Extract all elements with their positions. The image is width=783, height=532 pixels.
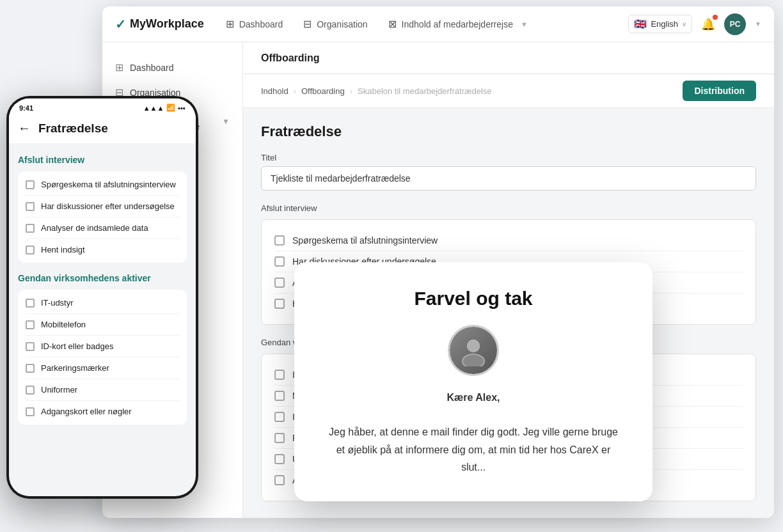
popup-greeting-name: Kære Alex,: [447, 392, 500, 403]
lang-chevron-icon: ∨: [682, 20, 686, 27]
gendan-checkbox-5[interactable]: [274, 475, 285, 485]
mobile-checkbox-s2-4[interactable]: [26, 386, 35, 395]
popup-greeting: Kære Alex, Jeg håber, at denne e mail fi…: [326, 389, 621, 476]
checkbox-3[interactable]: [274, 299, 285, 309]
logo-check-icon: ✓: [115, 17, 126, 32]
app-logo: ✓ MyWorkplace: [115, 17, 204, 32]
mobile-status-icons: ▲▲▲ 📶 ▪▪▪: [143, 104, 186, 112]
mobile-check-label-3: Hent indsigt: [41, 245, 85, 254]
nav-medarbejderrejse[interactable]: ⊠ Indhold af medarbejderrejse ▼: [386, 14, 530, 34]
form-section-title: Fratrædelse: [261, 123, 756, 140]
mobile-check-label-s2-3: Parkeringsmærker: [41, 363, 109, 373]
notifications[interactable]: 🔔: [701, 17, 715, 31]
mobile-checkbox-1[interactable]: [26, 202, 35, 211]
mobile-checkbox-s2-5[interactable]: [26, 407, 35, 416]
mobile-check-item-s2-4: Uniformer: [26, 379, 179, 401]
checkbox-0[interactable]: [274, 235, 285, 246]
mobile-check-item-s2-2: ID-kort eller badges: [26, 336, 179, 357]
gendan-checkbox-2[interactable]: [274, 412, 285, 422]
logo-text: MyWorkplace: [130, 17, 204, 31]
gendan-checkbox-4[interactable]: [274, 454, 285, 464]
checklist-item-0: Spørgeskema til afslutningsinterview: [274, 230, 743, 251]
mobile-checkbox-s2-3[interactable]: [26, 364, 35, 373]
medarbejderrejse-icon: ⊠: [388, 18, 397, 30]
mobile-check-label-0: Spørgeskema til afslutningsinterview: [41, 180, 176, 189]
gendan-checkbox-0[interactable]: [274, 370, 285, 380]
signal-icon: ▲▲▲: [143, 104, 164, 112]
mobile-check-item-2: Analyser de indsamlede data: [26, 217, 179, 239]
mobile-checkbox-s2-1[interactable]: [26, 320, 35, 329]
nav-links: ⊞ Dashboard ⊟ Organisation ⊠ Indhold af …: [223, 14, 629, 34]
mobile-checkbox-s2-2[interactable]: [26, 342, 35, 351]
checkbox-1[interactable]: [274, 256, 285, 267]
nav-organisation-label: Organisation: [317, 19, 367, 29]
bell-icon: 🔔: [701, 18, 715, 31]
mobile-check-label-1: Har diskussioner efter undersøgelse: [41, 201, 175, 211]
page-title: Offboarding: [261, 52, 320, 64]
dashboard-icon: ⊞: [226, 18, 234, 30]
afslut-section-label: Afslut interview: [261, 203, 756, 213]
mobile-section1-checklist: Spørgeskema til afslutningsinterview Har…: [18, 171, 187, 263]
mobile-check-label-s2-2: ID-kort eller badges: [41, 341, 113, 351]
nav-organisation[interactable]: ⊟ Organisation: [301, 14, 370, 34]
title-field-label: Titel: [261, 153, 756, 162]
lang-label: English: [651, 19, 678, 29]
nav-dashboard-label: Dashboard: [239, 19, 283, 29]
nav-dashboard[interactable]: ⊞ Dashboard: [223, 14, 286, 34]
mobile-check-item-s2-3: Parkeringsmærker: [26, 357, 179, 379]
user-avatar-button[interactable]: PC: [724, 13, 746, 35]
mobile-header: ← Fratrædelse: [9, 114, 196, 143]
nav-medarbejderrejse-label: Indhold af medarbejderrejse: [402, 19, 513, 29]
nav-right: 🇬🇧 English ∨ 🔔 PC ▼: [628, 13, 761, 35]
farewell-popup: Farvel og tak Kære Alex, Jeg håber, at d…: [294, 262, 652, 501]
mobile-checkbox-s2-0[interactable]: [26, 299, 35, 308]
mobile-checkbox-0[interactable]: [26, 180, 35, 189]
mobile-body: Afslut interview Spørgeskema til afslutn…: [9, 143, 196, 496]
mobile-section2-title: Gendan virksomhedens aktiver: [18, 273, 187, 283]
distribution-button[interactable]: Distribution: [683, 81, 756, 101]
language-selector[interactable]: 🇬🇧 English ∨: [628, 15, 692, 33]
title-input[interactable]: [261, 166, 756, 191]
mobile-check-item-s2-5: Adgangskort eller nøgler: [26, 401, 179, 422]
svg-point-2: [467, 340, 480, 352]
main-header-bar: Offboarding: [243, 42, 774, 74]
mobile-check-item-1: Har diskussioner efter undersøgelse: [26, 196, 179, 217]
popup-title: Farvel og tak: [326, 288, 621, 309]
mobile-check-item-3: Hent indsigt: [26, 239, 179, 260]
popup-avatar-image: [450, 327, 497, 374]
gendan-checkbox-1[interactable]: [274, 391, 285, 401]
breadcrumb-offboarding[interactable]: Offboarding: [301, 86, 345, 96]
checkbox-2[interactable]: [274, 278, 285, 288]
mobile-section1-title: Afslut interview: [18, 155, 187, 165]
notification-badge: [713, 15, 718, 20]
wifi-icon: 📶: [166, 104, 175, 112]
avatar-chevron-icon: ▼: [755, 20, 761, 27]
checklist-label-0: Spørgeskema til afslutningsinterview: [292, 235, 438, 246]
mobile-back-button[interactable]: ←: [18, 121, 31, 136]
mobile-check-item-s2-0: IT-udstyr: [26, 292, 179, 314]
breadcrumb-current: Skabelon til medarbejderfratrædelse: [358, 86, 492, 96]
sidebar-arrow-icon: ▼: [222, 117, 230, 126]
mobile-check-label-s2-4: Uniformer: [41, 385, 77, 395]
breadcrumb: Indhold › Offboarding › Skabelon til med…: [243, 74, 774, 108]
breadcrumb-sep-1: ›: [294, 86, 296, 96]
mobile-section2-checklist: IT-udstyr Mobiltelefon ID-kort eller bad…: [18, 290, 187, 425]
breadcrumb-indhold[interactable]: Indhold: [261, 86, 289, 96]
mobile-checkbox-3[interactable]: [26, 246, 35, 254]
mobile-check-label-s2-0: IT-udstyr: [41, 298, 74, 308]
sidebar-item-dashboard[interactable]: ⊞ Dashboard: [102, 55, 242, 80]
breadcrumb-sep-2: ›: [350, 86, 352, 96]
mobile-time: 9:41: [19, 104, 33, 112]
mobile-status-bar: 9:41 ▲▲▲ 📶 ▪▪▪: [9, 98, 196, 114]
popup-greeting-body: Jeg håber, at denne e mail finder dig go…: [329, 426, 618, 472]
popup-avatar: [448, 325, 499, 376]
gendan-checkbox-3[interactable]: [274, 433, 285, 443]
flag-icon: 🇬🇧: [634, 18, 647, 30]
medarbejderrejse-arrow-icon: ▼: [521, 20, 528, 28]
organisation-icon: ⊟: [303, 18, 312, 30]
mobile-checkbox-2[interactable]: [26, 224, 35, 233]
mobile-screen: 9:41 ▲▲▲ 📶 ▪▪▪ ← Fratrædelse Afslut inte…: [9, 98, 196, 496]
battery-icon: ▪▪▪: [178, 104, 186, 112]
mobile-check-label-s2-5: Adgangskort eller nøgler: [41, 407, 132, 416]
app-navbar: ✓ MyWorkplace ⊞ Dashboard ⊟ Organisation…: [102, 6, 774, 42]
